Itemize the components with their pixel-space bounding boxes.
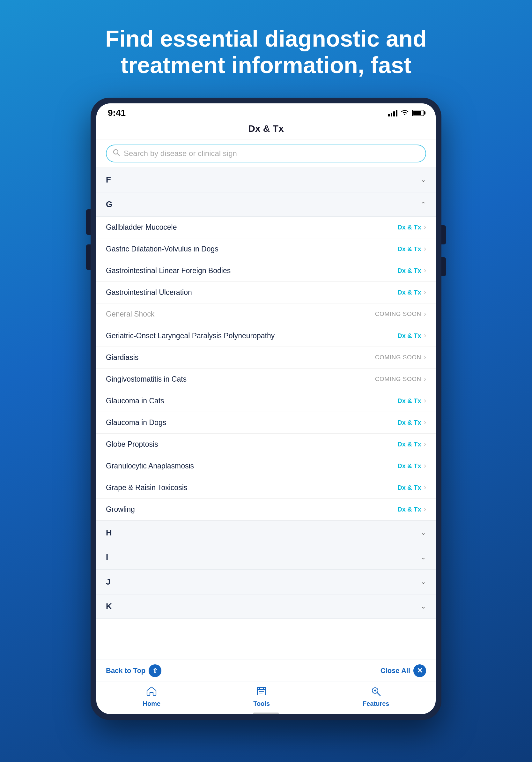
home-indicator <box>253 713 279 714</box>
arrow-right-icon: › <box>424 223 426 231</box>
section-letter-j: J <box>106 577 110 587</box>
item-name: Gallbladder Mucocele <box>106 223 397 232</box>
badge-dxtx: Dx & Tx <box>397 484 421 492</box>
close-all-button[interactable]: Close All ✕ <box>380 664 426 677</box>
list-content: F ⌄ G ⌃ Gallbladder Mucocele Dx & Tx › G… <box>96 168 436 659</box>
chevron-down-icon-i: ⌄ <box>421 553 426 561</box>
home-icon <box>146 686 157 698</box>
item-name: Glaucoma in Cats <box>106 397 397 405</box>
badge-dxtx: Dx & Tx <box>397 245 421 253</box>
list-item[interactable]: Gingivostomatitis in Cats COMING SOON › <box>96 369 436 390</box>
status-bar: 9:41 <box>96 104 436 120</box>
list-item[interactable]: Gallbladder Mucocele Dx & Tx › <box>96 217 436 238</box>
bottom-nav: Home Tools <box>96 682 436 711</box>
arrow-right-icon: › <box>424 288 426 296</box>
list-item[interactable]: Geriatric-Onset Laryngeal Paralysis Poly… <box>96 325 436 347</box>
arrow-right-icon: › <box>424 353 426 361</box>
tools-icon <box>256 686 267 698</box>
search-input[interactable]: Search by disease or clinical sign <box>124 149 237 158</box>
section-header-h[interactable]: H ⌄ <box>96 520 436 545</box>
nav-features[interactable]: Features <box>363 686 389 708</box>
list-item[interactable]: Gastrointestinal Ulceration Dx & Tx › <box>96 282 436 303</box>
item-right: Dx & Tx › <box>397 462 426 470</box>
item-right: Dx & Tx › <box>397 223 426 231</box>
section-letter-f: F <box>106 175 111 185</box>
nav-tools[interactable]: Tools <box>253 686 270 708</box>
badge-dxtx: Dx & Tx <box>397 289 421 296</box>
search-container: Search by disease or clinical sign <box>96 139 436 168</box>
list-item[interactable]: Growling Dx & Tx › <box>96 499 436 520</box>
item-right: Dx & Tx › <box>397 245 426 253</box>
section-header-j[interactable]: J ⌄ <box>96 570 436 594</box>
list-item[interactable]: Globe Proptosis Dx & Tx › <box>96 434 436 455</box>
nav-features-label: Features <box>363 700 389 708</box>
features-icon <box>371 686 381 698</box>
section-letter-h: H <box>106 528 112 538</box>
arrow-right-icon: › <box>424 375 426 383</box>
list-item[interactable]: Giardiasis COMING SOON › <box>96 347 436 369</box>
back-to-top-button[interactable]: Back to Top ⇧ <box>106 664 162 677</box>
badge-coming-soon: COMING SOON <box>375 376 421 383</box>
list-item[interactable]: Granulocytic Anaplasmosis Dx & Tx › <box>96 455 436 477</box>
badge-dxtx: Dx & Tx <box>397 506 421 513</box>
list-item[interactable]: Glaucoma in Cats Dx & Tx › <box>96 390 436 412</box>
chevron-down-icon-h: ⌄ <box>421 529 426 536</box>
item-right: Dx & Tx › <box>397 267 426 275</box>
item-right: Dx & Tx › <box>397 440 426 448</box>
section-letter-k: K <box>106 601 112 611</box>
arrow-right-icon: › <box>424 418 426 426</box>
chevron-down-icon-k: ⌄ <box>421 602 426 610</box>
item-name: Glaucoma in Dogs <box>106 418 397 427</box>
section-header-g[interactable]: G ⌃ <box>96 192 436 217</box>
section-letter-g: G <box>106 199 112 209</box>
volume-up-button[interactable] <box>86 209 91 235</box>
badge-dxtx: Dx & Tx <box>397 267 421 274</box>
nav-home[interactable]: Home <box>143 686 161 708</box>
search-bar[interactable]: Search by disease or clinical sign <box>106 145 426 162</box>
arrow-right-icon: › <box>424 440 426 448</box>
badge-coming-soon: COMING SOON <box>375 311 421 318</box>
arrow-right-icon: › <box>424 397 426 405</box>
arrow-right-icon: › <box>424 267 426 275</box>
item-right: Dx & Tx › <box>397 397 426 405</box>
list-item[interactable]: General Shock COMING SOON › <box>96 303 436 325</box>
section-header-k[interactable]: K ⌄ <box>96 594 436 619</box>
arrow-right-icon: › <box>424 310 426 318</box>
status-icons <box>388 109 424 117</box>
power-button[interactable] <box>441 225 446 244</box>
section-letter-i: I <box>106 552 108 562</box>
arrow-right-icon: › <box>424 462 426 470</box>
badge-dxtx: Dx & Tx <box>397 332 421 340</box>
battery-icon <box>412 110 424 116</box>
section-header-f[interactable]: F ⌄ <box>96 168 436 192</box>
status-time: 9:41 <box>108 108 126 118</box>
chevron-down-icon-f: ⌄ <box>421 176 426 184</box>
item-name: Giardiasis <box>106 353 375 362</box>
item-name: Geriatric-Onset Laryngeal Paralysis Poly… <box>106 332 397 340</box>
list-item[interactable]: Gastric Dilatation-Volvulus in Dogs Dx &… <box>96 238 436 260</box>
nav-home-label: Home <box>143 700 161 708</box>
item-name: Globe Proptosis <box>106 440 397 449</box>
list-item[interactable]: Glaucoma in Dogs Dx & Tx › <box>96 412 436 434</box>
item-right: COMING SOON › <box>375 375 426 383</box>
section-header-i[interactable]: I ⌄ <box>96 545 436 570</box>
volume-down-button[interactable] <box>86 244 91 270</box>
badge-coming-soon: COMING SOON <box>375 354 421 361</box>
chevron-up-icon-g: ⌃ <box>421 200 426 208</box>
list-item[interactable]: Gastrointestinal Linear Foreign Bodies D… <box>96 260 436 282</box>
item-name: Gingivostomatitis in Cats <box>106 375 375 384</box>
item-right: Dx & Tx › <box>397 484 426 492</box>
item-right: Dx & Tx › <box>397 418 426 426</box>
list-item[interactable]: Grape & Raisin Toxicosis Dx & Tx › <box>96 477 436 499</box>
close-all-icon[interactable]: ✕ <box>413 664 426 677</box>
item-right: COMING SOON › <box>375 353 426 361</box>
lock-button[interactable] <box>441 257 446 276</box>
chevron-down-icon-j: ⌄ <box>421 578 426 585</box>
close-all-label: Close All <box>380 667 410 675</box>
item-right: COMING SOON › <box>375 310 426 318</box>
item-name: Grape & Raisin Toxicosis <box>106 484 397 492</box>
svg-line-1 <box>118 153 120 155</box>
up-arrow-icon[interactable]: ⇧ <box>149 664 162 677</box>
tablet-screen: 9:41 Dx & Tx Search by diseas <box>96 104 436 714</box>
badge-dxtx: Dx & Tx <box>397 419 421 426</box>
